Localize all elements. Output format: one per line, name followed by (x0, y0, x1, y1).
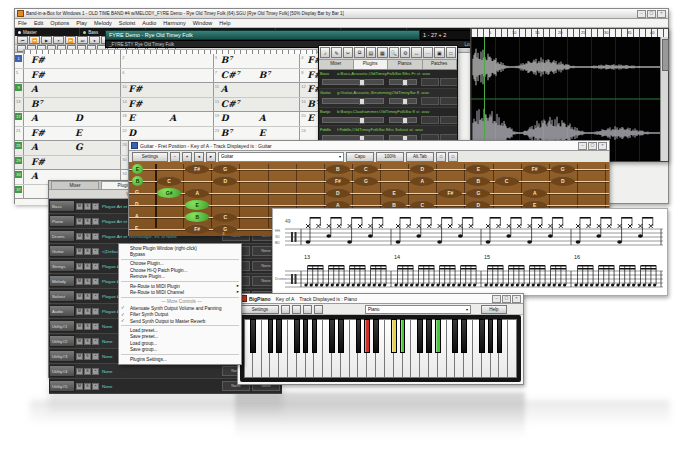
track-toggle-m[interactable]: M (76, 368, 83, 375)
pan-slider-thumb[interactable] (402, 79, 408, 86)
track-toggle-s[interactable]: S (84, 353, 91, 360)
chord-cell-bar-29[interactable]: F# (24, 156, 121, 170)
chord-cell-bar-9[interactable]: A (24, 83, 121, 97)
note-oval-f#[interactable]: F# (523, 164, 547, 174)
highlighted-black-key[interactable] (391, 319, 397, 353)
menu-play[interactable]: Play (76, 20, 87, 26)
piano-track-dropdown[interactable]: Piano▾ (365, 305, 471, 314)
track-toggle-s[interactable]: S (84, 293, 91, 300)
pan-slider[interactable] (389, 98, 417, 104)
track-toggle-•[interactable]: • (92, 233, 99, 240)
transport-button-0[interactable]: ⏮ (17, 36, 28, 44)
track-toggle-m[interactable]: M (76, 263, 83, 270)
plugin-track-name[interactable]: Utility#2 (49, 335, 75, 347)
mixer-tool-icon-1[interactable]: ✎ (331, 47, 341, 58)
mixer-tool-icon-0[interactable]: ♪ (320, 47, 330, 58)
close-icon[interactable]: × (657, 10, 666, 18)
highlighted-black-key[interactable] (364, 319, 370, 353)
note-oval-e[interactable]: E (382, 188, 406, 198)
note-oval-a[interactable]: A (410, 176, 434, 186)
fret-extra-button-1[interactable]: □ (448, 152, 458, 162)
piano-maximize-icon[interactable]: ▢ (502, 295, 511, 303)
maximize-icon[interactable]: ▢ (647, 10, 656, 18)
black-key[interactable] (294, 319, 300, 353)
plugin-track-name[interactable]: Strings (49, 260, 75, 272)
volume-slider[interactable] (322, 117, 384, 123)
chord-cell-bar-8[interactable]: 8F# (300, 69, 319, 83)
chord-cell-bar-15[interactable]: 15C#⁷ (214, 98, 301, 112)
chord-cell-bar-1[interactable]: F# (24, 54, 121, 68)
transport-button-1[interactable]: ⏪ (29, 36, 40, 44)
plugin-track-name[interactable]: Utility#5 (49, 380, 75, 392)
chord-cell-bar-14[interactable]: 14F# (121, 98, 213, 112)
plugin-track-name[interactable]: Utility#3 (49, 350, 75, 362)
fret-extra-button-0[interactable]: □ (436, 152, 446, 162)
plugin-track-name[interactable]: Utility#4 (49, 365, 75, 377)
menu-help[interactable]: Help (219, 20, 230, 26)
mixer-tool-icon-2[interactable]: ✂ (343, 47, 353, 58)
black-key[interactable] (497, 319, 503, 353)
volume-slider-thumb[interactable] (359, 117, 365, 124)
fret-settings-button[interactable]: Settings (132, 152, 168, 162)
white-key[interactable] (508, 319, 517, 378)
plugin-track-name[interactable]: Drums (49, 230, 75, 242)
track-toggle-•[interactable]: • (92, 263, 99, 270)
piano-keyboard[interactable] (244, 319, 517, 378)
chord-cell-bar-23[interactable]: 23B⁷E (214, 127, 301, 141)
plugin-slot-text[interactable]: None (99, 384, 222, 389)
part-marker[interactable]: 25 (15, 142, 22, 149)
transport-button-6[interactable]: ● (89, 36, 100, 44)
fret-maximize-icon[interactable]: ▢ (588, 142, 597, 150)
chord-cell-bar-16[interactable]: 16B⁷ (300, 98, 319, 112)
black-key[interactable] (452, 319, 458, 353)
chord-cell-bar-12[interactable]: 12F# (300, 83, 319, 97)
mixer-tool-icon-4[interactable]: ▤ (366, 47, 376, 58)
plugin-slot-text[interactable]: None (99, 369, 222, 374)
highlighted-black-key[interactable] (435, 319, 441, 353)
menu-item[interactable]: Save group... (119, 347, 241, 353)
note-oval-e[interactable]: E (466, 164, 490, 174)
track-toggle-•[interactable]: • (92, 218, 99, 225)
track-toggle-s[interactable]: S (84, 383, 91, 390)
minimize-icon[interactable]: – (637, 10, 646, 18)
mixer-track-desc[interactable]: f:Fiddle,OldTimeyFolkSw 8ths Soloist at … (337, 127, 456, 132)
track-toggle-•[interactable]: • (92, 293, 99, 300)
part-marker[interactable]: 33 (15, 171, 22, 178)
black-key[interactable] (426, 319, 432, 353)
note-oval-c[interactable]: C (495, 176, 519, 186)
black-key[interactable] (338, 319, 344, 353)
menu-file[interactable]: File (18, 20, 27, 26)
fret-nav-button-3[interactable]: ▸ (206, 152, 216, 162)
piano-help-button[interactable]: Help (481, 305, 507, 314)
song-window-titlebar[interactable]: FYRE Demo - Rye Old Timey Folk (105, 30, 420, 40)
black-key[interactable] (461, 319, 467, 353)
drum-notation[interactable]: 49HHSDBDDrums13141516 (273, 209, 667, 295)
transport-button-2[interactable]: ▶ (41, 36, 52, 44)
menu-item[interactable]: Plugins Settings... (119, 356, 241, 362)
volume-slider[interactable] (322, 98, 384, 104)
volume-slider-thumb[interactable] (359, 79, 365, 86)
track-toggle-m[interactable]: M (76, 383, 83, 390)
piano-mini-button-3[interactable] (314, 305, 323, 314)
pan-slider[interactable] (389, 117, 417, 123)
send-slot-a[interactable] (421, 97, 439, 105)
note-oval-g[interactable]: G (551, 164, 575, 174)
black-key[interactable] (303, 319, 309, 353)
chord-cell-bar-6[interactable]: 6 (121, 69, 213, 83)
mixer-tab-mixer[interactable]: Mixer (319, 60, 354, 69)
fret-nav-button-2[interactable]: ◂ (194, 152, 204, 162)
fret-minimize-icon[interactable]: – (578, 142, 587, 150)
highlighted-black-key[interactable] (400, 319, 406, 353)
piano-mini-button-1[interactable] (292, 305, 301, 314)
track-toggle-m[interactable]: M (76, 278, 83, 285)
send-slot-a[interactable] (421, 78, 439, 86)
chord-cell-bar-10[interactable]: 10F# (121, 83, 213, 97)
part-marker[interactable]: 17 (15, 113, 22, 120)
fretboard-title-bar[interactable]: Guitar - Fret Position - Key of A - Trac… (129, 141, 609, 151)
track-toggle-s[interactable]: S (84, 203, 91, 210)
chord-cell-bar-7[interactable]: 7C#⁷B⁷ (214, 69, 301, 83)
plugin-track-name[interactable]: Audio (49, 305, 75, 317)
track-toggle-•[interactable]: • (92, 203, 99, 210)
track-toggle-s[interactable]: S (84, 248, 91, 255)
note-oval-d[interactable]: D (213, 176, 237, 186)
